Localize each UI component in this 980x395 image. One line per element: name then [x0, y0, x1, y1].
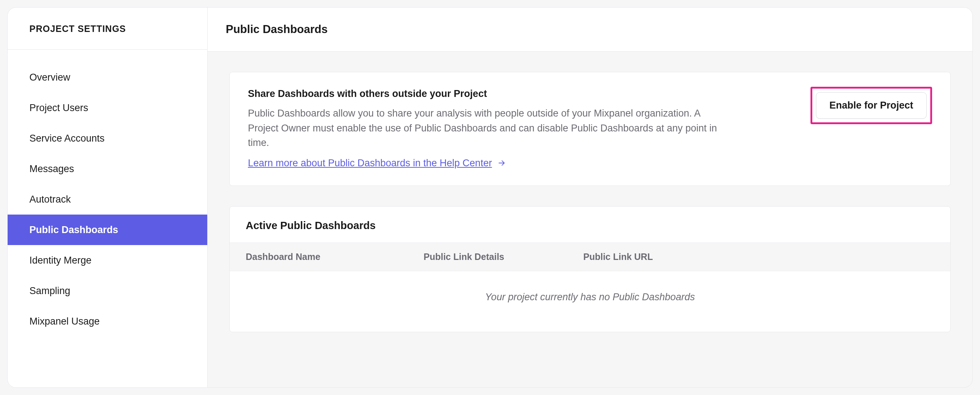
table-head: Dashboard Name Public Link Details Publi…: [230, 242, 950, 271]
sidebar-item-mixpanel-usage[interactable]: Mixpanel Usage: [8, 306, 207, 336]
col-dashboard-name: Dashboard Name: [246, 252, 423, 262]
sidebar-item-label: Service Accounts: [29, 133, 105, 144]
sidebar-title: PROJECT SETTINGS: [8, 24, 207, 49]
sidebar-nav: Overview Project Users Service Accounts …: [8, 59, 207, 336]
active-dashboards-title: Active Public Dashboards: [230, 207, 950, 242]
empty-state: Your project currently has no Public Das…: [230, 271, 950, 332]
info-card: Share Dashboards with others outside you…: [229, 72, 951, 186]
enable-highlight-frame: Enable for Project: [810, 87, 932, 124]
sidebar-item-label: Sampling: [29, 285, 70, 296]
sidebar-item-label: Overview: [29, 72, 70, 83]
main-body: Share Dashboards with others outside you…: [208, 51, 972, 332]
sidebar-item-service-accounts[interactable]: Service Accounts: [8, 123, 207, 154]
info-text: Share Dashboards with others outside you…: [248, 88, 800, 169]
sidebar-item-sampling[interactable]: Sampling: [8, 276, 207, 306]
sidebar-item-label: Public Dashboards: [29, 225, 118, 236]
sidebar-item-public-dashboards[interactable]: Public Dashboards: [8, 215, 207, 245]
settings-window: PROJECT SETTINGS Overview Project Users …: [7, 7, 973, 388]
sidebar-item-autotrack[interactable]: Autotrack: [8, 184, 207, 215]
col-public-link-details: Public Link Details: [423, 252, 583, 262]
sidebar-item-label: Messages: [29, 163, 74, 175]
info-heading: Share Dashboards with others outside you…: [248, 88, 800, 99]
learn-more-link[interactable]: Learn more about Public Dashboards in th…: [248, 158, 506, 169]
sidebar-item-label: Project Users: [29, 102, 88, 114]
sidebar-item-project-users[interactable]: Project Users: [8, 92, 207, 123]
sidebar-item-messages[interactable]: Messages: [8, 154, 207, 184]
main-header: Public Dashboards: [208, 8, 972, 51]
arrow-right-icon: [497, 158, 506, 168]
active-dashboards-card: Active Public Dashboards Dashboard Name …: [229, 206, 951, 332]
sidebar-item-identity-merge[interactable]: Identity Merge: [8, 245, 207, 276]
sidebar-item-label: Mixpanel Usage: [29, 316, 100, 327]
sidebar-separator: [8, 49, 207, 50]
sidebar: PROJECT SETTINGS Overview Project Users …: [8, 8, 208, 387]
enable-for-project-button[interactable]: Enable for Project: [816, 92, 927, 119]
page-title: Public Dashboards: [226, 23, 954, 36]
sidebar-item-label: Identity Merge: [29, 255, 91, 266]
sidebar-item-label: Autotrack: [29, 194, 71, 205]
main: Public Dashboards Share Dashboards with …: [208, 8, 972, 387]
learn-more-label: Learn more about Public Dashboards in th…: [248, 158, 492, 169]
sidebar-item-overview[interactable]: Overview: [8, 62, 207, 92]
info-body: Public Dashboards allow you to share you…: [248, 106, 727, 150]
col-public-link-url: Public Link URL: [583, 252, 934, 262]
